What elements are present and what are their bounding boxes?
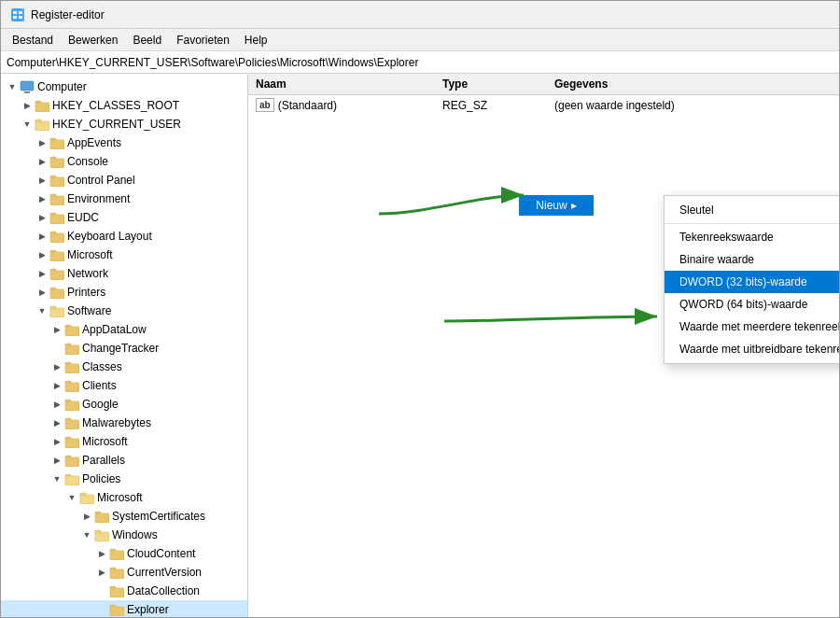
col-header-name: Naam [256, 77, 442, 91]
tree-item-appevents[interactable]: ▶ AppEvents [1, 133, 247, 152]
menu-beeld[interactable]: Beeld [125, 32, 169, 49]
context-menu-item-meerdere[interactable]: Waarde met meerdere tekenreeksen [665, 316, 839, 338]
expander-windows[interactable]: ▼ [79, 527, 94, 543]
tree-label-network: Network [67, 265, 108, 282]
tree-item-microsoft-sw[interactable]: ▶ Microsoft [1, 432, 247, 451]
expander-classes[interactable]: ▶ [49, 358, 64, 375]
context-menu-item-dword[interactable]: DWORD (32 bits)-waarde [665, 271, 839, 293]
folder-icon-hkey-current-user [35, 118, 49, 131]
expander-appevents[interactable]: ▶ [35, 134, 49, 151]
tree-item-cloudcontent[interactable]: ▶ CloudContent [1, 544, 247, 563]
tree-pane[interactable]: ▼ Computer ▶ HKEY_CLASSES_ROOT ▼ [1, 74, 248, 617]
expander-eudc[interactable]: ▶ [35, 209, 49, 226]
folder-icon-printers [49, 286, 64, 299]
expander-appdatalow[interactable]: ▶ [49, 321, 64, 338]
expander-environment[interactable]: ▶ [35, 190, 49, 207]
expander-parallels[interactable]: ▶ [49, 452, 64, 469]
expander-hkey-current-user[interactable]: ▼ [20, 116, 35, 133]
context-menu-item-binaire-waarde[interactable]: Binaire waarde [665, 248, 839, 271]
expander-currentversion[interactable]: ▶ [94, 564, 109, 581]
expander-clients[interactable]: ▶ [49, 377, 64, 394]
tree-label-clients: Clients [82, 377, 117, 394]
expander-keyboard-layout[interactable]: ▶ [35, 228, 49, 245]
tree-item-changetracker[interactable]: ▶ ChangeTracker [1, 339, 247, 358]
tree-item-google[interactable]: ▶ Google [1, 395, 247, 414]
tree-item-clients[interactable]: ▶ Clients [1, 376, 247, 395]
expander-malwarebytes[interactable]: ▶ [49, 414, 64, 431]
folder-icon-classes [64, 360, 79, 373]
tree-item-windows[interactable]: ▼ Windows [1, 526, 247, 544]
menu-favorieten[interactable]: Favorieten [169, 32, 237, 49]
menu-bewerken[interactable]: Bewerken [61, 32, 125, 49]
tree-label-malwarebytes: Malwarebytes [82, 414, 151, 431]
tree-item-appdatalow[interactable]: ▶ AppDataLow [1, 320, 247, 339]
main-content: ▼ Computer ▶ HKEY_CLASSES_ROOT ▼ [1, 74, 839, 617]
folder-icon-software [49, 304, 64, 317]
context-menu-item-tekenreekswaarde[interactable]: Tekenreekswaarde [665, 226, 839, 248]
tree-label-keyboard-layout: Keyboard Layout [67, 228, 152, 245]
tree-item-environment[interactable]: ▶ Environment [1, 190, 247, 208]
tree-item-hkey-current-user[interactable]: ▼ HKEY_CURRENT_USER [1, 115, 247, 133]
expander-systemcertificates[interactable]: ▶ [79, 508, 94, 525]
folder-icon-microsoft-pol [79, 491, 94, 504]
tree-item-hkey-classes-root[interactable]: ▶ HKEY_CLASSES_ROOT [1, 96, 247, 115]
tree-item-keyboard-layout[interactable]: ▶ Keyboard Layout [1, 227, 247, 246]
expander-microsoft-sw[interactable]: ▶ [49, 433, 64, 450]
tree-label-google: Google [82, 396, 119, 413]
expander-hkey-classes-root[interactable]: ▶ [20, 97, 35, 114]
expander-control-panel[interactable]: ▶ [35, 172, 49, 189]
folder-icon-keyboard-layout [49, 230, 64, 243]
menu-bestand[interactable]: Bestand [5, 32, 61, 49]
expander-console[interactable]: ▶ [35, 153, 49, 170]
nieuw-button[interactable]: Nieuw ▸ [519, 195, 594, 216]
expander-printers[interactable]: ▶ [35, 284, 49, 301]
registry-editor-window: Register-editor Bestand Bewerken Beeld F… [0, 0, 840, 618]
tree-label-hkey-classes-root: HKEY_CLASSES_ROOT [52, 97, 179, 114]
tree-label-console: Console [67, 153, 108, 170]
tree-item-policies[interactable]: ▼ Policies [1, 470, 247, 488]
tree-item-printers[interactable]: ▶ Printers [1, 283, 247, 302]
tree-label-microsoft-sw: Microsoft [82, 433, 128, 450]
tree-item-computer[interactable]: ▼ Computer [1, 77, 247, 96]
tree-item-classes[interactable]: ▶ Classes [1, 358, 247, 376]
expander-google[interactable]: ▶ [49, 396, 64, 413]
context-menu-item-sleutel[interactable]: Sleutel [665, 199, 839, 221]
tree-item-eudc[interactable]: ▶ EUDC [1, 208, 247, 227]
reg-entry-type: REG_SZ [442, 99, 554, 112]
svg-rect-6 [24, 91, 30, 93]
tree-label-microsoft-hkcu: Microsoft [67, 246, 113, 263]
tree-item-network[interactable]: ▶ Network [1, 264, 247, 283]
tree-item-control-panel[interactable]: ▶ Control Panel [1, 171, 247, 190]
expander-microsoft-pol[interactable]: ▼ [64, 489, 79, 506]
tree-label-eudc: EUDC [67, 209, 99, 226]
detail-row-standaard[interactable]: ab (Standaard) REG_SZ (geen waarde inges… [248, 95, 839, 115]
tree-label-control-panel: Control Panel [67, 172, 135, 189]
expander-network[interactable]: ▶ [35, 265, 49, 282]
reg-entry-name: ab (Standaard) [256, 98, 442, 112]
context-menu-item-qword[interactable]: QWORD (64 bits)-waarde [665, 293, 839, 316]
tree-label-systemcertificates: SystemCertificates [112, 508, 205, 525]
expander-software[interactable]: ▼ [35, 302, 49, 319]
tree-label-explorer: Explorer [127, 601, 169, 617]
expander-cloudcontent[interactable]: ▶ [94, 545, 109, 562]
tree-item-explorer[interactable]: ▶ Explorer [1, 600, 247, 617]
tree-item-console[interactable]: ▶ Console [1, 152, 247, 171]
menu-help[interactable]: Help [237, 32, 275, 49]
tree-item-datacollection[interactable]: ▶ DataCollection [1, 582, 247, 600]
tree-item-parallels[interactable]: ▶ Parallels [1, 451, 247, 470]
tree-label-datacollection: DataCollection [127, 583, 200, 599]
tree-label-classes: Classes [82, 358, 122, 375]
expander-microsoft-hkcu[interactable]: ▶ [35, 246, 49, 263]
tree-item-microsoft-hkcu[interactable]: ▶ Microsoft [1, 246, 247, 264]
expander-computer[interactable]: ▼ [5, 78, 20, 95]
tree-item-malwarebytes[interactable]: ▶ Malwarebytes [1, 414, 247, 432]
tree-label-parallels: Parallels [82, 452, 125, 469]
address-bar: Computer\HKEY_CURRENT_USER\Software\Poli… [1, 51, 839, 74]
folder-icon-currentversion [109, 566, 124, 579]
context-menu-item-uitbreidbaar[interactable]: Waarde met uitbreidbare tekenreeks [665, 338, 839, 360]
tree-item-systemcertificates[interactable]: ▶ SystemCertificates [1, 507, 247, 526]
tree-item-currentversion[interactable]: ▶ CurrentVersion [1, 563, 247, 582]
tree-item-microsoft-pol[interactable]: ▼ Microsoft [1, 488, 247, 507]
tree-item-software[interactable]: ▼ Software [1, 302, 247, 320]
expander-policies[interactable]: ▼ [49, 471, 64, 487]
